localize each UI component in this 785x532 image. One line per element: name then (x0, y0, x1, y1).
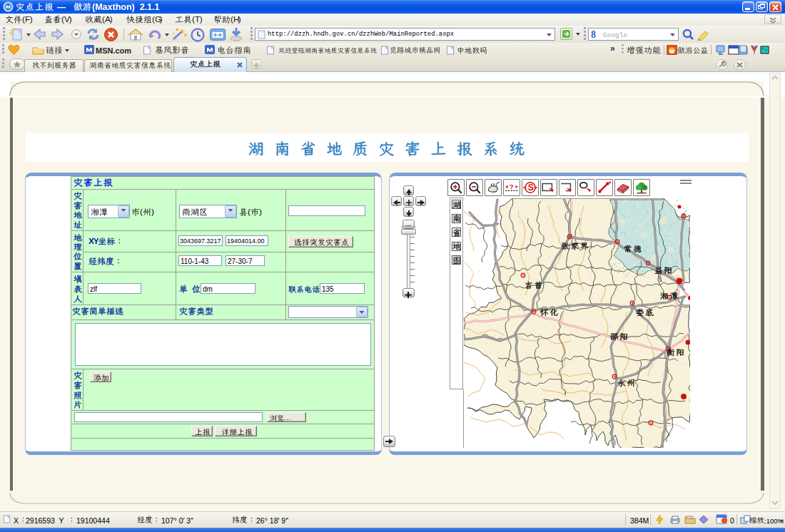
svg-text:): ) (160, 14, 163, 24)
svg-text:S: S (528, 183, 534, 193)
svg-text:): ) (30, 14, 33, 24)
svg-text:.: . (284, 414, 286, 421)
svg-text:?: ? (510, 183, 514, 190)
svg-text:): ) (69, 14, 72, 24)
svg-text:.: . (288, 414, 290, 421)
svg-text:(: ( (248, 207, 250, 217)
svg-text:): ) (200, 14, 203, 24)
svg-text:8: 8 (591, 29, 596, 40)
svg-text:): ) (110, 14, 113, 24)
svg-text:.: . (286, 414, 288, 421)
svg-text:Y: Y (93, 236, 99, 246)
svg-text:): ) (259, 207, 262, 217)
svg-text:(: ( (140, 207, 143, 217)
svg-text:): ) (238, 14, 241, 24)
svg-text:): ) (151, 207, 154, 217)
